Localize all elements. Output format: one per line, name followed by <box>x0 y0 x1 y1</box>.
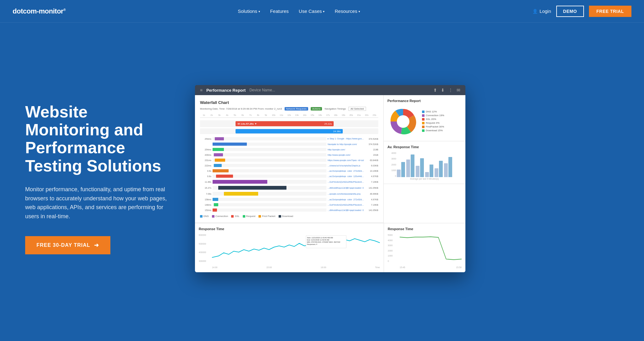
waterfall-big-bar-2: 24.38s <box>200 128 378 134</box>
avg-response-chart: 4000 3000 2000 1000 0 <box>387 152 462 177</box>
table-row: 0.6s ...ac/2x/googlelogo_color_272x92dp.… <box>200 169 378 173</box>
table-row: 158ms ...ac/2x/googlelogo_color_272x92dp… <box>200 197 378 202</box>
table-row: 0.6s ...ac/2x/googlelogo_color_120x44dp.… <box>200 174 378 178</box>
table-row: 222ms ...x/www.lut.fv/scripts/bs/2/api/s… <box>200 163 378 168</box>
table-row: 231ms https://www.google.com/?gws_rd=ssl… <box>200 158 378 162</box>
hero-section: Website Monitoring and Performance Testi… <box>0 23 644 341</box>
waterfall-title: Waterfall Chart <box>200 100 378 105</box>
logo-trademark: ® <box>64 8 66 11</box>
svg-text:MIN: 4707250 AVG: 4754087 MAX:: MIN: 4707250 AVG: 4754087 MAX: 4927222 <box>307 241 340 243</box>
dashboard-device: Device Name... <box>249 88 275 92</box>
svg-text:Responses: 4: Responses: 4 <box>307 243 317 245</box>
pie-chart <box>387 106 419 137</box>
dashboard-menu-icon: ≡ <box>200 88 203 93</box>
nav-features[interactable]: Features <box>270 8 289 14</box>
response-time-left-chart: Start: 11/21/2018 11:43:40 460 AM End: 1… <box>212 234 380 262</box>
user-icon: 👤 <box>532 9 538 14</box>
site-logo: dotcom-monitor® <box>13 7 66 15</box>
right-column: Performance Report <box>384 95 465 223</box>
pie-legend: DNS 12% Connection 19% SSL 20% <box>422 110 462 133</box>
close-icon[interactable]: ✉ <box>457 88 460 93</box>
response-time-right-title: Response Time <box>388 227 462 231</box>
waterfall-legend: DNS Connection SSL Request <box>200 215 378 218</box>
perf-report-title: Performance Report <box>387 99 462 103</box>
table-row: Navigate to http://google.com/ 374.52KB <box>200 142 378 146</box>
dns-legend <box>200 215 203 218</box>
chevron-down-icon: ▾ <box>258 10 260 13</box>
hero-description: Monitor performance, functionality, and … <box>25 185 176 221</box>
hero-left: Website Monitoring and Performance Testi… <box>25 103 176 254</box>
more-icon[interactable]: ⋮ <box>448 88 453 93</box>
dashboard-mockup: ≡ Performance Report Device Name... ⬆ ⬇ … <box>195 85 465 272</box>
table-row: 254ms ▸ Step 1: Google - https://www.goo… <box>200 137 378 141</box>
dashboard-title: Performance Report <box>206 88 246 93</box>
waterfall-meta: Monitoring Date, Time: 7/28/2018 at 9:29… <box>200 107 378 111</box>
waterfall-rows: 254ms ▸ Step 1: Google - https://www.goo… <box>200 137 378 212</box>
free-trial-button[interactable]: FREE TRIAL <box>589 6 631 17</box>
svg-text:End: 11/21/2018 11:43:40 AM: End: 11/21/2018 11:43:40 AM <box>307 239 329 241</box>
avg-response-section: Av. Response Time 4000 3000 2000 1000 0 <box>384 141 465 184</box>
dashboard-header: ≡ Performance Report Device Name... ⬆ ⬇ … <box>195 85 465 95</box>
dashboard-body: Waterfall Chart Monitoring Date, Time: 7… <box>195 95 465 272</box>
hero-title: Website Monitoring and Performance Testi… <box>25 103 176 175</box>
chevron-down-icon: ▾ <box>323 10 325 13</box>
table-row: 15.27s ...dMvsb8hxpz1Je3jB=gapl.loaded_0… <box>200 185 378 190</box>
nav-resources[interactable]: Resources ▾ <box>335 8 360 14</box>
avg-response-title: Av. Response Time <box>387 145 462 149</box>
cta-trial-button[interactable]: FREE 30-DAY TRIAL ➜ <box>25 236 110 254</box>
waterfall-big-bar-1: 57.14s-57.25s ▼ 25.22s <box>200 120 378 127</box>
waterfall-section: Waterfall Chart Monitoring Date, Time: 7… <box>195 95 384 223</box>
main-nav: Solutions ▾ Features Use Cases ▾ Resourc… <box>238 8 360 14</box>
timeline-ruler: 1s 2s 3s 4s 5s 6s 7s 8s 9s 10s 11s 12s 1… <box>200 114 378 118</box>
nav-actions: 👤 Login DEMO FREE TRIAL <box>532 6 631 17</box>
table-row: 254ms http://google.com/ 219B <box>200 147 378 152</box>
table-row: 11.89s ...GoFrImAmQvh62o2R8cP9ocbn0t8g 7… <box>200 179 378 184</box>
nav-use-cases[interactable]: Use Cases ▾ <box>299 8 325 14</box>
response-time-right-chart <box>400 234 462 262</box>
response-time-left-section: Response Time 600000 500000 400000 30000… <box>195 223 384 272</box>
logo-text: dotcom-monitor <box>13 7 64 15</box>
table-row: 148ms ...GoFrImAmQvh62o2R8cP9ocbn0t8g 7.… <box>200 203 378 207</box>
chevron-down-icon: ▾ <box>358 10 360 13</box>
download-icon[interactable]: ⬇ <box>441 88 445 93</box>
svg-text:Start: 11/21/2018 11:43:40 460: Start: 11/21/2018 11:43:40 460 AM <box>307 237 333 239</box>
svg-point-1 <box>397 115 409 128</box>
hero-right: ≡ Performance Report Device Name... ⬆ ⬇ … <box>195 85 625 272</box>
arrow-right-icon: ➜ <box>94 242 99 249</box>
perf-report-section: Performance Report <box>384 95 465 141</box>
response-time-left-title: Response Time <box>199 227 380 231</box>
response-time-right-section: Response Time 5000 4000 3000 2000 1000 0 <box>384 223 465 272</box>
nav-solutions[interactable]: Solutions ▾ <box>238 8 260 14</box>
table-row: 200ms http://www.google.com/ 231B <box>200 153 378 157</box>
demo-button[interactable]: DEMO <box>556 6 584 17</box>
avg-response-subtitle: Average per last 5 Minutes(s) <box>387 178 462 180</box>
share-icon[interactable]: ⬆ <box>433 88 437 93</box>
table-row: 7.09s ...google.com/textassistant/ta.png… <box>200 191 378 196</box>
table-row: 152ms ...dMvsb8hxpz1Je3jB=gapl.loaded_0 … <box>200 208 378 212</box>
login-button[interactable]: 👤 Login <box>532 8 551 14</box>
site-header: dotcom-monitor® Solutions ▾ Features Use… <box>0 0 644 23</box>
